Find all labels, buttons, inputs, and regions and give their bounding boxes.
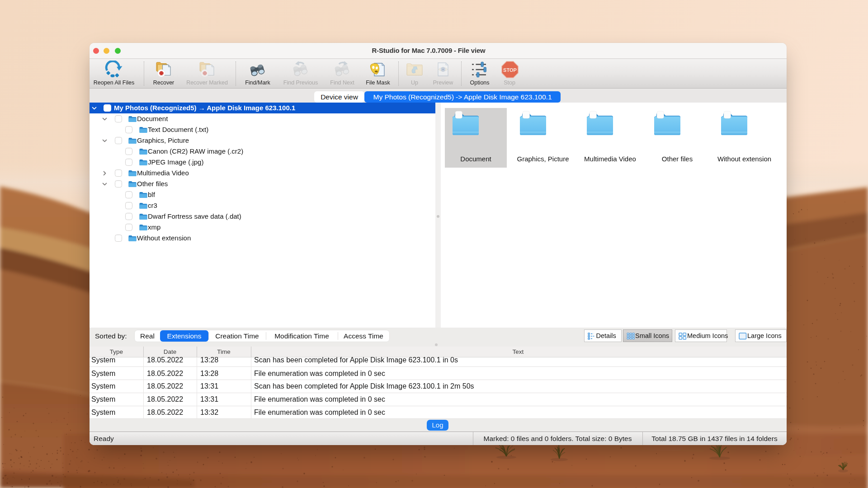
svg-text:STOP: STOP [503, 67, 517, 73]
